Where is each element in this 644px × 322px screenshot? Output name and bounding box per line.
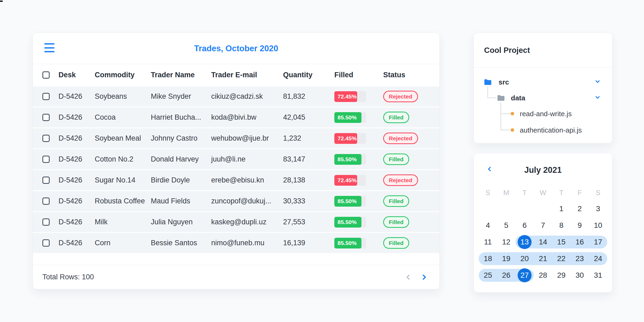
calendar-week-row: 18192021222324 bbox=[479, 250, 607, 267]
calendar-day[interactable]: 15 bbox=[552, 234, 570, 250]
calendar-day[interactable]: 25 bbox=[479, 267, 497, 284]
folder-icon bbox=[484, 79, 492, 85]
column-header-trader-name: Trader Name bbox=[151, 71, 211, 79]
calendar-day[interactable]: 16 bbox=[570, 234, 589, 250]
chevron-down-icon[interactable] bbox=[594, 78, 601, 86]
row-checkbox[interactable] bbox=[42, 197, 50, 205]
calendar-day[interactable]: 29 bbox=[552, 267, 570, 284]
row-checkbox[interactable] bbox=[42, 135, 50, 142]
chevron-left-icon bbox=[404, 273, 412, 281]
chevron-down-icon[interactable] bbox=[594, 94, 601, 102]
row-checkbox[interactable] bbox=[42, 218, 50, 226]
calendar-day[interactable]: 20 bbox=[515, 250, 534, 267]
calendar-day[interactable]: 12 bbox=[497, 234, 515, 250]
calendar-day[interactable]: 26 bbox=[497, 267, 515, 284]
calendar-day[interactable]: 6 bbox=[515, 217, 534, 234]
select-all-checkbox[interactable] bbox=[42, 71, 50, 79]
filled-progress-value: 85.50% bbox=[334, 217, 361, 228]
chevron-right-icon bbox=[420, 273, 428, 281]
calendar-day[interactable]: 22 bbox=[552, 250, 570, 267]
status-badge: Filled bbox=[383, 195, 409, 207]
trades-title: Trades, October 2020 bbox=[33, 44, 439, 53]
calendar-day[interactable]: 21 bbox=[534, 250, 552, 267]
total-rows-label: Total Rows: 100 bbox=[42, 273, 94, 281]
calendar-weekday-row: S M T W T F S bbox=[479, 187, 607, 198]
calendar-day[interactable]: 4 bbox=[479, 217, 497, 234]
row-checkbox[interactable] bbox=[42, 114, 50, 121]
table-row: D-5426SoybeansMike Snydercikiuz@cadzi.sk… bbox=[33, 86, 439, 107]
calendar-day[interactable]: 28 bbox=[534, 267, 552, 284]
row-checkbox[interactable] bbox=[42, 177, 50, 184]
calendar-title: July 2021 bbox=[524, 165, 562, 175]
calendar-week-row: 123 bbox=[479, 200, 607, 217]
calendar-day[interactable]: 9 bbox=[570, 217, 589, 234]
filled-progress-bar: 85.50% bbox=[334, 112, 366, 123]
calendar-day[interactable]: 7 bbox=[534, 217, 552, 234]
cell-quantity: 1,232 bbox=[283, 134, 334, 142]
calendar-day[interactable]: 31 bbox=[589, 267, 607, 284]
cell-quantity: 83,147 bbox=[283, 155, 334, 163]
calendar-day-empty bbox=[534, 200, 552, 217]
day-number: 5 bbox=[504, 221, 508, 230]
calendar-day[interactable]: 1 bbox=[552, 200, 570, 217]
calendar-day[interactable]: 2 bbox=[570, 200, 589, 217]
tree-item-file[interactable]: authentication-api.js bbox=[520, 125, 582, 136]
day-number: 7 bbox=[541, 221, 545, 230]
tree-item-file[interactable]: read-and-write.js bbox=[520, 108, 572, 119]
filled-progress-bar: 72.45% bbox=[334, 133, 366, 144]
calendar-day[interactable]: 5 bbox=[497, 217, 515, 234]
menu-icon[interactable] bbox=[44, 43, 54, 52]
calendar-day[interactable]: 24 bbox=[589, 250, 607, 267]
calendar-day[interactable]: 19 bbox=[497, 250, 515, 267]
calendar-day[interactable]: 18 bbox=[479, 250, 497, 267]
tree-item-data[interactable]: data bbox=[497, 93, 525, 103]
calendar-day[interactable]: 3 bbox=[589, 200, 607, 217]
day-number: 21 bbox=[539, 254, 547, 263]
cell-trader-name: Julia Nguyen bbox=[151, 218, 211, 226]
calendar-week-row: 45678910 bbox=[479, 217, 607, 234]
trades-panel: Trades, October 2020 Desk Commodity Trad… bbox=[33, 33, 440, 289]
calendar-prev-button[interactable] bbox=[486, 166, 493, 174]
day-number: 17 bbox=[594, 238, 602, 246]
row-checkbox[interactable] bbox=[42, 93, 50, 100]
day-number: 24 bbox=[594, 254, 602, 263]
table-row: D-5426CocoaHarriet Bucha...koda@bivi.bw4… bbox=[33, 107, 439, 127]
status-badge: Rejected bbox=[383, 174, 418, 186]
cell-desk: D-5426 bbox=[58, 134, 95, 142]
calendar-day[interactable]: 13 bbox=[515, 234, 534, 250]
day-number: 1 bbox=[559, 204, 564, 213]
calendar-day-empty bbox=[479, 200, 497, 217]
calendar-day[interactable]: 14 bbox=[534, 234, 552, 250]
selected-day-circle: 27 bbox=[518, 268, 532, 282]
cell-commodity: Robusta Coffee bbox=[95, 197, 151, 205]
column-header-desk: Desk bbox=[58, 71, 95, 79]
row-checkbox[interactable] bbox=[42, 156, 50, 163]
calendar-day[interactable]: 11 bbox=[479, 234, 497, 250]
trades-header: Trades, October 2020 bbox=[33, 33, 439, 64]
day-number: 2 bbox=[578, 204, 582, 213]
status-badge: Filled bbox=[383, 237, 409, 249]
calendar-day[interactable]: 23 bbox=[570, 250, 589, 267]
cell-commodity: Soybeans bbox=[95, 92, 151, 101]
prev-page-button[interactable] bbox=[404, 273, 412, 281]
table-row: D-5426Robusta CoffeeMaud Fieldszuncopof@… bbox=[33, 191, 439, 211]
row-checkbox[interactable] bbox=[42, 239, 50, 247]
next-page-button[interactable] bbox=[420, 273, 428, 281]
tree-item-src[interactable]: src bbox=[484, 77, 509, 87]
calendar-day[interactable]: 17 bbox=[589, 234, 607, 250]
tree-item-label: src bbox=[499, 78, 509, 86]
day-number: 30 bbox=[576, 271, 584, 280]
calendar-day[interactable]: 30 bbox=[570, 267, 589, 284]
filled-progress-value: 72.45% bbox=[334, 175, 357, 186]
status-badge: Filled bbox=[383, 153, 409, 165]
calendar-day[interactable]: 8 bbox=[552, 217, 570, 234]
cell-trader-name: Mike Snyder bbox=[151, 92, 211, 101]
screen-edge-artifact bbox=[0, 1, 3, 2]
day-number: 3 bbox=[596, 204, 600, 213]
day-number: 23 bbox=[576, 254, 584, 263]
calendar-day[interactable]: 27 bbox=[515, 267, 534, 284]
column-header-filled: Filled bbox=[334, 71, 383, 79]
day-number: 16 bbox=[576, 238, 584, 246]
filled-progress-value: 72.45% bbox=[334, 133, 357, 144]
calendar-day[interactable]: 10 bbox=[589, 217, 607, 234]
